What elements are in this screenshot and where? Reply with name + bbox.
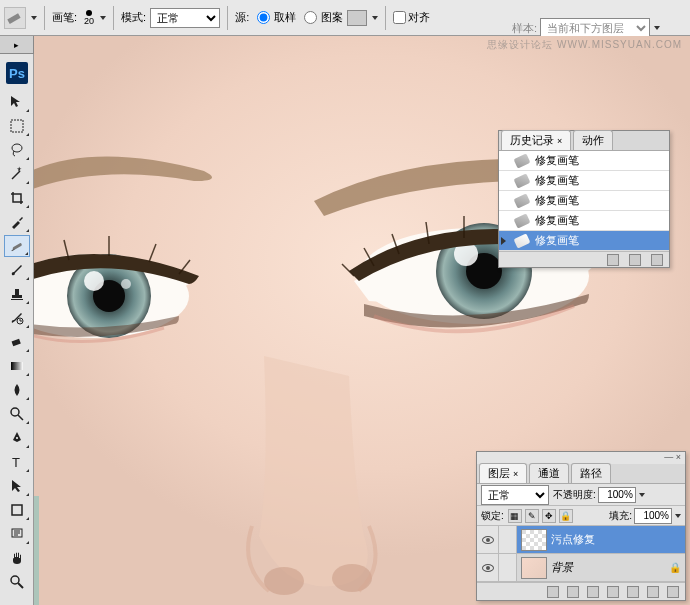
marquee-tool[interactable] bbox=[4, 115, 30, 137]
visibility-toggle[interactable] bbox=[477, 554, 499, 581]
layer-link-col[interactable] bbox=[499, 554, 517, 581]
tab-layers[interactable]: 图层× bbox=[479, 463, 527, 483]
current-step-icon bbox=[501, 237, 506, 245]
svg-point-12 bbox=[16, 437, 18, 439]
chevron-down-icon[interactable] bbox=[639, 493, 645, 497]
notes-tool[interactable] bbox=[4, 523, 30, 545]
panel-minimize-icon[interactable]: — × bbox=[664, 452, 681, 464]
layer-thumbnail[interactable] bbox=[521, 529, 547, 551]
layers-list: 污点修复 背景 🔒 bbox=[477, 526, 685, 582]
svg-rect-1 bbox=[11, 120, 23, 132]
layer-thumbnail[interactable] bbox=[521, 557, 547, 579]
history-item[interactable]: 修复画笔 bbox=[499, 151, 669, 171]
close-icon[interactable]: × bbox=[513, 469, 518, 479]
lock-transparency-icon[interactable]: ▦ bbox=[508, 509, 522, 523]
sample-select[interactable]: 当前和下方图层 bbox=[540, 18, 650, 38]
fx-icon[interactable] bbox=[567, 586, 579, 598]
history-item[interactable]: 修复画笔 bbox=[499, 191, 669, 211]
brush-tool[interactable] bbox=[4, 259, 30, 281]
mode-select[interactable]: 正常 bbox=[150, 8, 220, 28]
tab-actions[interactable]: 动作 bbox=[573, 130, 613, 150]
dodge-tool[interactable] bbox=[4, 403, 30, 425]
align-checkbox[interactable]: 对齐 bbox=[393, 10, 430, 25]
brush-preview[interactable]: 20 bbox=[81, 10, 106, 26]
healing-brush-icon bbox=[514, 153, 531, 168]
history-item[interactable]: 修复画笔 bbox=[499, 211, 669, 231]
pattern-swatch[interactable] bbox=[347, 10, 367, 26]
history-item[interactable]: 修复画笔 bbox=[499, 231, 669, 251]
history-brush-tool[interactable] bbox=[4, 307, 30, 329]
trash-icon[interactable] bbox=[651, 254, 663, 266]
chevron-down-icon[interactable] bbox=[100, 16, 106, 20]
mask-icon[interactable] bbox=[587, 586, 599, 598]
doc-tab-arrow[interactable]: ▸ bbox=[0, 36, 34, 54]
svg-text:T: T bbox=[12, 455, 20, 470]
divider bbox=[227, 6, 228, 30]
stamp-tool[interactable] bbox=[4, 283, 30, 305]
svg-point-22 bbox=[121, 279, 131, 289]
visibility-toggle[interactable] bbox=[477, 526, 499, 553]
history-panel: 历史记录× 动作 修复画笔 修复画笔 修复画笔 修复画笔 修复画笔 bbox=[498, 130, 670, 268]
type-tool[interactable]: T bbox=[4, 451, 30, 473]
brush-label: 画笔: bbox=[52, 10, 77, 25]
history-footer bbox=[499, 251, 669, 267]
shape-tool[interactable] bbox=[4, 499, 30, 521]
svg-rect-0 bbox=[7, 13, 20, 24]
divider bbox=[44, 6, 45, 30]
layer-name[interactable]: 污点修复 bbox=[551, 532, 685, 547]
adjustment-icon[interactable] bbox=[607, 586, 619, 598]
link-layers-icon[interactable] bbox=[547, 586, 559, 598]
trash-icon[interactable] bbox=[667, 586, 679, 598]
crop-tool[interactable] bbox=[4, 187, 30, 209]
opacity-label: 不透明度: bbox=[553, 488, 596, 502]
svg-rect-10 bbox=[11, 362, 23, 370]
layer-name[interactable]: 背景 bbox=[551, 560, 669, 575]
chevron-down-icon[interactable] bbox=[675, 514, 681, 518]
chevron-down-icon[interactable] bbox=[31, 16, 37, 20]
move-tool[interactable] bbox=[4, 91, 30, 113]
blur-tool[interactable] bbox=[4, 379, 30, 401]
new-layer-icon[interactable] bbox=[647, 586, 659, 598]
healing-brush-tool[interactable] bbox=[4, 235, 30, 257]
wand-tool[interactable] bbox=[4, 163, 30, 185]
lock-pixels-icon[interactable]: ✎ bbox=[525, 509, 539, 523]
lock-position-icon[interactable]: ✥ bbox=[542, 509, 556, 523]
tab-paths[interactable]: 路径 bbox=[571, 463, 611, 483]
zoom-tool[interactable] bbox=[4, 571, 30, 593]
opacity-input[interactable] bbox=[598, 487, 636, 503]
layer-link-col[interactable] bbox=[499, 526, 517, 553]
svg-point-11 bbox=[11, 408, 19, 416]
svg-point-21 bbox=[84, 271, 104, 291]
source-pattern-radio[interactable]: 图案 bbox=[300, 10, 343, 25]
eraser-tool[interactable] bbox=[4, 331, 30, 353]
toolbox: T bbox=[2, 90, 32, 594]
gradient-tool[interactable] bbox=[4, 355, 30, 377]
chevron-down-icon[interactable] bbox=[372, 16, 378, 20]
hand-tool[interactable] bbox=[4, 547, 30, 569]
fill-input[interactable] bbox=[634, 508, 672, 524]
source-sampled-radio[interactable]: 取样 bbox=[253, 10, 296, 25]
divider bbox=[385, 6, 386, 30]
lock-all-icon[interactable]: 🔒 bbox=[559, 509, 573, 523]
new-state-icon[interactable] bbox=[629, 254, 641, 266]
blend-mode-select[interactable]: 正常 bbox=[481, 485, 549, 505]
mode-label: 模式: bbox=[121, 10, 146, 25]
tab-channels[interactable]: 通道 bbox=[529, 463, 569, 483]
layer-item[interactable]: 污点修复 bbox=[477, 526, 685, 554]
lasso-tool[interactable] bbox=[4, 139, 30, 161]
divider bbox=[113, 6, 114, 30]
eyedropper-tool[interactable] bbox=[4, 211, 30, 233]
chevron-down-icon[interactable] bbox=[654, 26, 660, 30]
tool-preset-icon[interactable] bbox=[4, 7, 26, 29]
path-select-tool[interactable] bbox=[4, 475, 30, 497]
history-item[interactable]: 修复画笔 bbox=[499, 171, 669, 191]
fill-label: 填充: bbox=[609, 509, 632, 523]
group-icon[interactable] bbox=[627, 586, 639, 598]
tab-history[interactable]: 历史记录× bbox=[501, 130, 571, 150]
layer-item[interactable]: 背景 🔒 bbox=[477, 554, 685, 582]
main-area: ▸ Ps T bbox=[0, 36, 690, 605]
new-snapshot-icon[interactable] bbox=[607, 254, 619, 266]
history-list: 修复画笔 修复画笔 修复画笔 修复画笔 修复画笔 bbox=[499, 151, 669, 251]
pen-tool[interactable] bbox=[4, 427, 30, 449]
close-icon[interactable]: × bbox=[557, 136, 562, 146]
